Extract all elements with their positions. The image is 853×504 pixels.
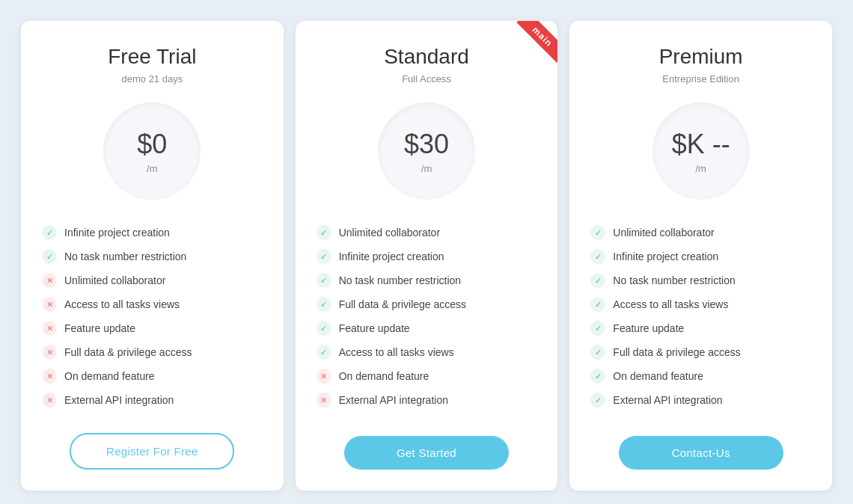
standard-cta-button[interactable]: Get Started — [344, 436, 509, 470]
plan-name: Standard — [384, 45, 469, 69]
feature-item: ✓Infinite project creation — [42, 221, 263, 245]
main-badge: main — [505, 21, 557, 73]
feature-item: ✕On demand feature — [317, 364, 537, 388]
check-icon: ✓ — [590, 321, 605, 336]
feature-text: Infinite project creation — [339, 251, 444, 262]
feature-text: On demand feature — [613, 370, 703, 382]
check-icon: ✓ — [590, 345, 605, 360]
feature-item: ✓Access to all tasks views — [317, 340, 537, 364]
check-icon: ✓ — [590, 225, 605, 240]
feature-text: Infinite project creation — [64, 227, 170, 239]
feature-text: Feature update — [339, 322, 410, 334]
feature-text: External API integration — [339, 394, 448, 406]
plan-card-standard: mainStandardFull Access$30/m✓Unlimited c… — [296, 21, 558, 491]
free-cta-button[interactable]: Register For Free — [70, 433, 234, 470]
plan-name: Premium — [659, 45, 743, 69]
price-amount: $30 — [404, 129, 449, 160]
feature-text: Unlimited collaborator — [613, 227, 714, 239]
cross-icon: ✕ — [42, 273, 57, 288]
feature-item: ✕Unlimited collaborator — [42, 268, 263, 292]
plan-name: Free Trial — [108, 45, 196, 69]
feature-text: External API integration — [613, 394, 722, 406]
plan-subtitle: Entreprise Edition — [662, 73, 739, 84]
feature-text: External API integration — [64, 394, 174, 406]
plan-subtitle: demo 21 days — [122, 73, 183, 84]
check-icon: ✓ — [590, 273, 605, 288]
feature-item: ✓On demand feature — [590, 364, 811, 388]
feature-text: Access to all tasks views — [613, 298, 728, 310]
feature-item: ✓Feature update — [317, 316, 537, 340]
cross-icon: ✕ — [42, 321, 57, 336]
price-amount: $K -- — [672, 129, 730, 160]
price-unit: /m — [672, 163, 730, 174]
plan-card-premium: PremiumEntreprise Edition$K --/m✓Unlimit… — [569, 21, 832, 491]
check-icon: ✓ — [317, 225, 331, 240]
feature-item: ✕Full data & privilege access — [42, 340, 263, 364]
feature-text: Feature update — [64, 322, 135, 334]
feature-item: ✓Infinite project creation — [590, 245, 811, 268]
feature-text: No task number restriction — [64, 251, 186, 262]
feature-item: ✓Unlimited collaborator — [590, 221, 811, 245]
cross-icon: ✕ — [42, 297, 57, 312]
premium-cta-button[interactable]: Contact-Us — [619, 436, 783, 470]
price-unit: /m — [137, 163, 167, 174]
feature-item: ✓Feature update — [590, 316, 811, 340]
feature-item: ✓Infinite project creation — [317, 245, 537, 268]
pricing-container: Free Trialdemo 21 days$0/m✓Infinite proj… — [15, 15, 838, 497]
feature-item: ✕Access to all tasks views — [42, 292, 263, 316]
feature-text: No task number restriction — [613, 274, 735, 286]
feature-item: ✓Full data & privilege access — [590, 340, 811, 364]
feature-item: ✓Access to all tasks views — [590, 292, 811, 316]
check-icon: ✓ — [590, 297, 605, 312]
feature-item: ✓No task number restriction — [317, 268, 537, 292]
feature-text: Full data & privilege access — [64, 346, 192, 358]
main-badge-label: main — [517, 21, 558, 63]
feature-text: Unlimited collaborator — [339, 227, 440, 239]
check-icon: ✓ — [42, 249, 57, 264]
feature-text: Unlimited collaborator — [64, 274, 165, 286]
price-amount: $0 — [137, 129, 167, 160]
check-icon: ✓ — [42, 225, 57, 240]
feature-item: ✕On demand feature — [42, 364, 263, 388]
feature-text: On demand feature — [64, 370, 155, 382]
feature-item: ✕Feature update — [42, 316, 263, 340]
features-list: ✓Unlimited collaborator✓Infinite project… — [590, 221, 811, 415]
plan-card-free: Free Trialdemo 21 days$0/m✓Infinite proj… — [21, 21, 284, 491]
check-icon: ✓ — [317, 321, 331, 336]
cross-icon: ✕ — [42, 369, 57, 384]
check-icon: ✓ — [317, 249, 331, 264]
price-unit: /m — [404, 163, 449, 174]
cross-icon: ✕ — [317, 369, 331, 384]
check-icon: ✓ — [590, 369, 605, 384]
check-icon: ✓ — [317, 297, 331, 312]
cross-icon: ✕ — [317, 393, 331, 408]
feature-text: Infinite project creation — [613, 251, 718, 262]
features-list: ✓Infinite project creation✓No task numbe… — [42, 221, 263, 412]
price-circle: $K --/m — [652, 102, 750, 200]
price-circle: $30/m — [378, 102, 475, 200]
feature-text: Full data & privilege access — [339, 298, 466, 310]
plan-subtitle: Full Access — [402, 73, 451, 84]
check-icon: ✓ — [317, 345, 331, 360]
feature-item: ✓Full data & privilege access — [317, 292, 537, 316]
feature-item: ✓No task number restriction — [590, 268, 811, 292]
check-icon: ✓ — [590, 249, 605, 264]
features-list: ✓Unlimited collaborator✓Infinite project… — [317, 221, 537, 415]
feature-text: Feature update — [613, 322, 684, 334]
cross-icon: ✕ — [42, 345, 57, 360]
feature-item: ✓No task number restriction — [42, 245, 263, 268]
feature-item: ✓Unlimited collaborator — [317, 221, 537, 245]
feature-text: No task number restriction — [339, 274, 461, 286]
check-icon: ✓ — [590, 393, 605, 408]
check-icon: ✓ — [317, 273, 331, 288]
feature-item: ✕External API integration — [42, 388, 263, 412]
feature-item: ✓External API integration — [590, 388, 811, 412]
feature-item: ✕External API integration — [317, 388, 537, 412]
feature-text: On demand feature — [339, 370, 429, 382]
feature-text: Access to all tasks views — [64, 298, 180, 310]
feature-text: Access to all tasks views — [339, 346, 454, 358]
cross-icon: ✕ — [42, 393, 57, 408]
feature-text: Full data & privilege access — [613, 346, 740, 358]
price-circle: $0/m — [103, 102, 201, 200]
